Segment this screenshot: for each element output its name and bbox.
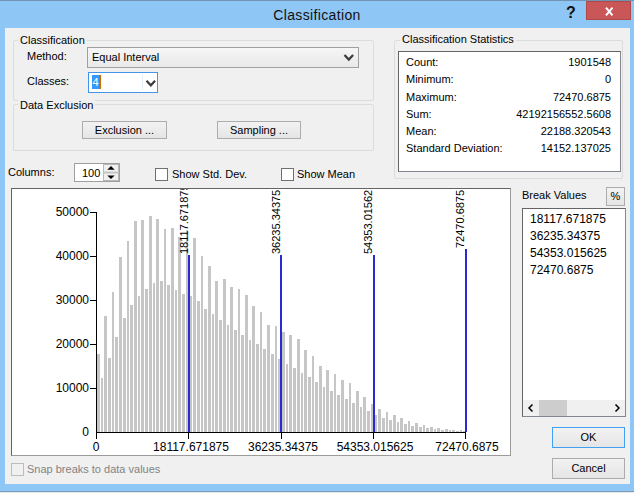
svg-text:54353.015625: 54353.015625 [362, 189, 374, 254]
svg-text:30000: 30000 [56, 293, 90, 307]
svg-text:40000: 40000 [56, 249, 90, 263]
svg-text:18117.671875: 18117.671875 [153, 440, 229, 454]
svg-text:50000: 50000 [56, 205, 90, 219]
svg-text:72470.6875: 72470.6875 [454, 190, 466, 248]
svg-text:18117.671875: 18117.671875 [178, 189, 190, 254]
svg-text:0: 0 [93, 440, 100, 454]
svg-text:20000: 20000 [56, 337, 90, 351]
svg-text:54353.015625: 54353.015625 [337, 440, 414, 454]
svg-text:36235.34375: 36235.34375 [248, 440, 318, 454]
svg-text:72470.6875: 72470.6875 [435, 440, 499, 454]
svg-text:10000: 10000 [56, 381, 90, 395]
svg-text:0: 0 [82, 425, 89, 439]
svg-text:36235.34375: 36235.34375 [270, 190, 282, 254]
